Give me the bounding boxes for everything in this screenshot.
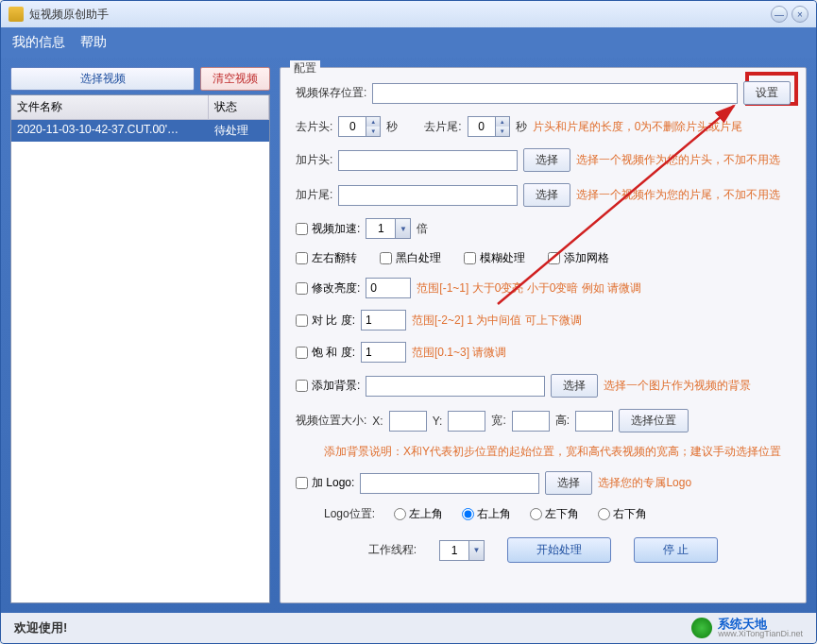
threads-input[interactable] bbox=[440, 541, 468, 560]
choose-tail-button[interactable]: 选择 bbox=[523, 183, 570, 207]
contrast-input[interactable] bbox=[361, 310, 406, 330]
saturation-input[interactable] bbox=[361, 342, 406, 363]
bg-hint: 选择一个图片作为视频的背景 bbox=[604, 378, 751, 394]
logo-pos-label: Logo位置: bbox=[324, 506, 375, 522]
threads-label: 工作线程: bbox=[368, 542, 417, 558]
start-button[interactable]: 开始处理 bbox=[507, 537, 611, 563]
saturation-hint: 范围[0.1~3] 请微调 bbox=[412, 345, 506, 361]
grid-checkbox[interactable]: 添加网格 bbox=[548, 250, 609, 266]
config-legend: 配置 bbox=[290, 60, 320, 76]
trim-head-label: 去片头: bbox=[296, 119, 332, 135]
menu-help[interactable]: 帮助 bbox=[80, 34, 107, 51]
app-window: 短视频原创助手 — × 我的信息 帮助 选择视频 清空视频 文件名称 状态 20… bbox=[0, 0, 817, 644]
add-tail-hint: 选择一个视频作为您的片尾，不加不用选 bbox=[576, 187, 780, 203]
logo-checkbox[interactable]: 加 Logo: bbox=[296, 475, 354, 491]
left-panel: 选择视频 清空视频 文件名称 状态 2020-11-03-10-42-37.CU… bbox=[10, 67, 270, 603]
col-filename[interactable]: 文件名称 bbox=[11, 95, 209, 119]
add-head-label: 加片头: bbox=[296, 152, 332, 168]
speed-checkbox[interactable]: 视频加速: bbox=[296, 221, 360, 237]
select-video-button[interactable]: 选择视频 bbox=[10, 67, 195, 91]
watermark: 系统天地 www.XiTongTianDi.net bbox=[691, 618, 803, 638]
table-row[interactable]: 2020-11-03-10-42-37.CUT.00'… 待处理 bbox=[11, 120, 269, 142]
video-table: 文件名称 状态 2020-11-03-10-42-37.CUT.00'… 待处理 bbox=[10, 94, 270, 603]
radio-top-left[interactable]: 左上角 bbox=[394, 506, 443, 522]
speed-input[interactable] bbox=[366, 219, 395, 238]
add-head-input[interactable] bbox=[338, 150, 518, 171]
brightness-checkbox[interactable]: 修改亮度: bbox=[296, 280, 360, 297]
flip-checkbox[interactable]: 左右翻转 bbox=[296, 250, 357, 266]
cell-filename: 2020-11-03-10-42-37.CUT.00'… bbox=[11, 120, 209, 142]
minimize-button[interactable]: — bbox=[771, 6, 788, 23]
radio-bottom-left[interactable]: 左下角 bbox=[530, 506, 579, 522]
pos-size-label: 视频位置大小: bbox=[296, 413, 366, 429]
bw-checkbox[interactable]: 黑白处理 bbox=[380, 250, 441, 266]
clear-video-button[interactable]: 清空视频 bbox=[200, 67, 270, 91]
logo-input[interactable] bbox=[360, 473, 539, 494]
contrast-checkbox[interactable]: 对 比 度: bbox=[296, 313, 355, 329]
saturation-checkbox[interactable]: 饱 和 度: bbox=[296, 345, 355, 361]
w-input[interactable] bbox=[512, 411, 550, 432]
choose-position-button[interactable]: 选择位置 bbox=[619, 409, 689, 432]
trim-tail-input[interactable] bbox=[468, 117, 495, 136]
chevron-down-icon[interactable]: ▼ bbox=[468, 541, 484, 560]
bg-description: 添加背景说明：X和Y代表初步位置的起始位置，宽和高代表视频的宽高；建议手动选择位… bbox=[324, 444, 781, 460]
welcome-text: 欢迎使用! bbox=[14, 619, 67, 636]
add-head-hint: 选择一个视频作为您的片头，不加不用选 bbox=[576, 152, 780, 168]
y-label: Y: bbox=[433, 415, 443, 428]
brightness-input[interactable] bbox=[366, 278, 411, 298]
window-title: 短视频原创助手 bbox=[29, 7, 771, 23]
blur-checkbox[interactable]: 模糊处理 bbox=[464, 250, 525, 266]
x-label: X: bbox=[372, 415, 383, 428]
chevron-down-icon[interactable]: ▼ bbox=[496, 127, 509, 136]
h-input[interactable] bbox=[575, 411, 613, 432]
statusbar: 欢迎使用! 系统天地 www.XiTongTianDi.net bbox=[1, 613, 816, 643]
choose-bg-button[interactable]: 选择 bbox=[551, 374, 598, 398]
cell-status: 待处理 bbox=[209, 120, 269, 142]
radio-bottom-right[interactable]: 右下角 bbox=[598, 506, 647, 522]
app-icon bbox=[9, 7, 24, 22]
menubar: 我的信息 帮助 bbox=[1, 27, 816, 58]
chevron-down-icon[interactable]: ▼ bbox=[395, 219, 410, 238]
sec-label2: 秒 bbox=[516, 119, 527, 135]
w-label: 宽: bbox=[491, 413, 505, 429]
globe-icon bbox=[691, 618, 712, 638]
bg-checkbox[interactable]: 添加背景: bbox=[296, 378, 360, 394]
col-status[interactable]: 状态 bbox=[209, 95, 269, 119]
add-tail-label: 加片尾: bbox=[296, 187, 332, 203]
stop-button[interactable]: 停 止 bbox=[634, 537, 718, 563]
speed-combo[interactable]: ▼ bbox=[366, 218, 411, 239]
bg-input[interactable] bbox=[366, 376, 545, 397]
save-path-input[interactable] bbox=[372, 83, 738, 104]
radio-top-right[interactable]: 右上角 bbox=[462, 506, 511, 522]
close-button[interactable]: × bbox=[791, 6, 808, 23]
titlebar[interactable]: 短视频原创助手 — × bbox=[1, 1, 816, 27]
brand-en: www.XiTongTianDi.net bbox=[718, 630, 803, 638]
trim-head-input[interactable] bbox=[339, 117, 366, 136]
trim-hint: 片头和片尾的长度，0为不删除片头或片尾 bbox=[533, 119, 743, 135]
threads-combo[interactable]: ▼ bbox=[439, 540, 485, 561]
save-path-label: 视频保存位置: bbox=[296, 85, 366, 101]
contrast-hint: 范围[-2~2] 1 为中间值 可上下微调 bbox=[412, 313, 582, 329]
sec-label: 秒 bbox=[386, 119, 398, 135]
h-label: 高: bbox=[555, 413, 570, 429]
add-tail-input[interactable] bbox=[338, 185, 518, 206]
choose-head-button[interactable]: 选择 bbox=[523, 148, 570, 172]
chevron-up-icon[interactable]: ▲ bbox=[496, 117, 509, 127]
trim-head-spinner[interactable]: ▲▼ bbox=[338, 116, 381, 137]
brightness-hint: 范围[-1~1] 大于0变亮 小于0变暗 例如 请微调 bbox=[417, 280, 641, 297]
x-input[interactable] bbox=[389, 411, 427, 432]
config-panel: 配置 视频保存位置: 设置 去片头: ▲▼ 秒 去片尾: bbox=[280, 67, 807, 603]
y-input[interactable] bbox=[448, 411, 485, 432]
trim-tail-label: 去片尾: bbox=[424, 119, 461, 135]
chevron-up-icon[interactable]: ▲ bbox=[366, 117, 380, 127]
set-path-button[interactable]: 设置 bbox=[743, 81, 791, 105]
speed-unit: 倍 bbox=[417, 221, 428, 237]
choose-logo-button[interactable]: 选择 bbox=[545, 471, 592, 495]
menu-my-info[interactable]: 我的信息 bbox=[12, 34, 65, 51]
logo-hint: 选择您的专属Logo bbox=[598, 475, 691, 491]
chevron-down-icon[interactable]: ▼ bbox=[366, 127, 380, 136]
trim-tail-spinner[interactable]: ▲▼ bbox=[468, 116, 510, 137]
